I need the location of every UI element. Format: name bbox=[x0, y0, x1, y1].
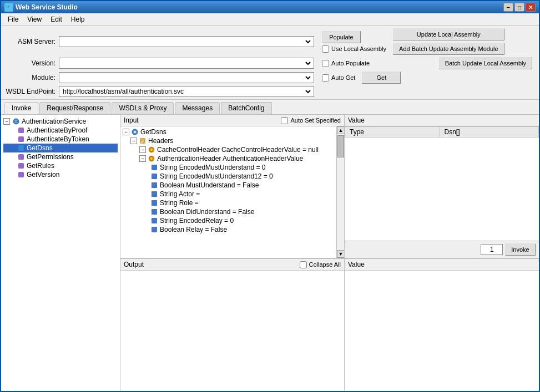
method-icon-get-version bbox=[17, 171, 26, 179]
wsdl-select[interactable]: http://localhost/asm/all/authentication.… bbox=[60, 87, 312, 96]
input-node-auth-header[interactable]: − AuthenticationHeader AuthenticationHea… bbox=[122, 154, 335, 163]
tab-wsdls-proxy[interactable]: WSDLs & Proxy bbox=[112, 102, 174, 114]
tree-item-auth-by-proof[interactable]: AuthenticateByProof bbox=[3, 126, 118, 135]
encoded-relay-icon bbox=[150, 217, 158, 225]
asm-server-select[interactable] bbox=[60, 37, 312, 46]
close-button[interactable]: ✕ bbox=[526, 3, 536, 12]
output-panel-header: Output Collapse All bbox=[120, 259, 344, 271]
input-tree[interactable]: − GetDsns bbox=[120, 126, 336, 258]
scroll-down-btn[interactable]: ▼ bbox=[337, 250, 344, 258]
invoke-row: 1 Invoke bbox=[345, 241, 539, 258]
use-local-assembly-checkbox[interactable]: Use Local Assembly bbox=[322, 45, 386, 53]
tab-messages[interactable]: Messages bbox=[175, 102, 220, 114]
version-combo[interactable] bbox=[59, 58, 314, 69]
menu-help[interactable]: Help bbox=[67, 14, 89, 24]
actor-label: String Actor = bbox=[160, 190, 200, 198]
method-icon-get-permissions bbox=[17, 153, 26, 161]
input-node-get-dsns[interactable]: − GetDsns bbox=[122, 128, 335, 136]
role-label: String Role = bbox=[160, 199, 199, 207]
tree-label-get-rules: GetRules bbox=[27, 162, 54, 170]
headers-node-label: Headers bbox=[148, 137, 173, 145]
menu-file[interactable]: File bbox=[3, 14, 23, 24]
input-node-encoded-relay[interactable]: String EncodedRelay = 0 bbox=[122, 216, 335, 225]
bottom-value-header: Value bbox=[345, 259, 539, 271]
input-node-encoded-must-understand12[interactable]: String EncodedMustUnderstand12 = 0 bbox=[122, 172, 335, 181]
tree-item-get-permissions[interactable]: GetPermissions bbox=[3, 152, 118, 161]
maximize-button[interactable]: □ bbox=[514, 3, 524, 12]
invoke-count-input[interactable]: 1 bbox=[481, 244, 503, 255]
value-panel-header: Value bbox=[345, 115, 539, 126]
expand-cache-control[interactable]: − bbox=[139, 146, 146, 153]
input-node-relay[interactable]: Boolean Relay = False bbox=[122, 225, 335, 234]
module-combo[interactable] bbox=[59, 72, 314, 83]
expand-auth-service[interactable]: − bbox=[3, 118, 10, 125]
input-node-actor[interactable]: String Actor = bbox=[122, 190, 335, 198]
top-value-panel: Value Type Dsn[] bbox=[345, 115, 539, 258]
tree-item-auth-by-token[interactable]: AuthenticateByToken bbox=[3, 135, 118, 144]
scroll-thumb[interactable] bbox=[337, 135, 344, 157]
auto-get-check[interactable] bbox=[322, 74, 329, 82]
input-node-did-understand[interactable]: Boolean DidUnderstand = False bbox=[122, 207, 335, 216]
tree-item-get-version[interactable]: GetVersion bbox=[3, 170, 118, 179]
asm-server-label: ASM Server: bbox=[6, 38, 55, 45]
tab-request-response[interactable]: Request/Response bbox=[39, 102, 110, 114]
svg-rect-25 bbox=[152, 209, 157, 215]
window-title: Web Service Studio bbox=[16, 3, 503, 11]
invoke-button[interactable]: Invoke bbox=[505, 243, 536, 256]
collapse-all-check[interactable] bbox=[300, 261, 307, 268]
populate-button[interactable]: Populate bbox=[322, 31, 361, 43]
auto-populate-check[interactable] bbox=[322, 60, 329, 67]
main-area: − AuthenticationService AuthenticateByPr bbox=[1, 115, 539, 391]
menu-view[interactable]: View bbox=[23, 14, 46, 24]
tree-item-get-rules[interactable]: GetRules bbox=[3, 161, 118, 170]
input-node-must-understand[interactable]: Boolean MustUnderstand = False bbox=[122, 181, 335, 190]
menu-edit[interactable]: Edit bbox=[46, 14, 67, 24]
tab-invoke[interactable]: Invoke bbox=[4, 102, 38, 114]
did-understand-icon bbox=[150, 208, 158, 216]
output-content[interactable] bbox=[120, 271, 344, 391]
bottom-area: Output Collapse All Value bbox=[120, 258, 539, 391]
auto-set-specified-check[interactable] bbox=[281, 117, 288, 124]
version-select[interactable] bbox=[60, 59, 312, 68]
expand-auth-header[interactable]: − bbox=[139, 155, 146, 162]
auto-populate-checkbox[interactable]: Auto Populate bbox=[322, 60, 370, 67]
input-scrollbar[interactable]: ▲ ▼ bbox=[336, 126, 344, 258]
actor-icon bbox=[150, 190, 158, 198]
auto-set-specified-checkbox[interactable]: Auto Set Specified bbox=[281, 117, 341, 124]
expand-get-dsns[interactable]: − bbox=[123, 129, 129, 135]
svg-rect-27 bbox=[152, 227, 157, 232]
tree-item-auth-service[interactable]: − AuthenticationService bbox=[3, 117, 118, 126]
input-node-role[interactable]: String Role = bbox=[122, 198, 335, 207]
minimize-button[interactable]: − bbox=[503, 3, 513, 12]
type-column-header: Type bbox=[345, 127, 440, 138]
relay-icon bbox=[150, 226, 158, 233]
auto-get-checkbox[interactable]: Auto Get bbox=[322, 74, 355, 82]
toolbar-row-module: Module: Auto Get Get bbox=[6, 72, 534, 84]
get-button[interactable]: Get bbox=[362, 72, 401, 84]
input-node-encoded-must-understand[interactable]: String EncodedMustUnderstand = 0 bbox=[122, 163, 335, 172]
bottom-value-label: Value bbox=[348, 261, 365, 268]
input-node-cache-control[interactable]: − CacheControlHeader CacheControlHeaderV… bbox=[122, 145, 335, 154]
svg-rect-6 bbox=[18, 145, 24, 151]
main-window: 🔧 Web Service Studio − □ ✕ File View Edi… bbox=[0, 0, 540, 392]
version-label: Version: bbox=[6, 59, 55, 67]
wsdl-combo[interactable]: http://localhost/asm/all/authentication.… bbox=[59, 86, 314, 97]
svg-rect-23 bbox=[152, 191, 157, 197]
expand-headers[interactable]: − bbox=[130, 138, 137, 144]
tree-label-auth-service: AuthenticationService bbox=[22, 118, 86, 125]
input-node-headers[interactable]: − Headers bbox=[122, 136, 335, 145]
svg-rect-24 bbox=[152, 200, 157, 206]
asm-server-combo[interactable] bbox=[59, 36, 314, 47]
use-local-assembly-check[interactable] bbox=[322, 45, 329, 53]
tree-label-get-dsns: GetDsns bbox=[27, 144, 53, 152]
tree-item-get-dsns[interactable]: GetDsns bbox=[3, 144, 118, 152]
output-panel: Output Collapse All bbox=[120, 259, 345, 391]
batch-update-button[interactable]: Batch Update Local Assembly bbox=[439, 57, 532, 69]
add-batch-button[interactable]: Add Batch Update Assembly Module bbox=[393, 43, 504, 55]
collapse-all-checkbox[interactable]: Collapse All bbox=[300, 261, 341, 268]
update-local-assembly-button[interactable]: Update Local Assembly bbox=[393, 28, 504, 40]
scroll-up-btn[interactable]: ▲ bbox=[337, 126, 344, 134]
input-label: Input bbox=[124, 116, 139, 124]
tab-batchconfig[interactable]: BatchConfig bbox=[221, 102, 271, 114]
module-select[interactable] bbox=[60, 73, 312, 82]
